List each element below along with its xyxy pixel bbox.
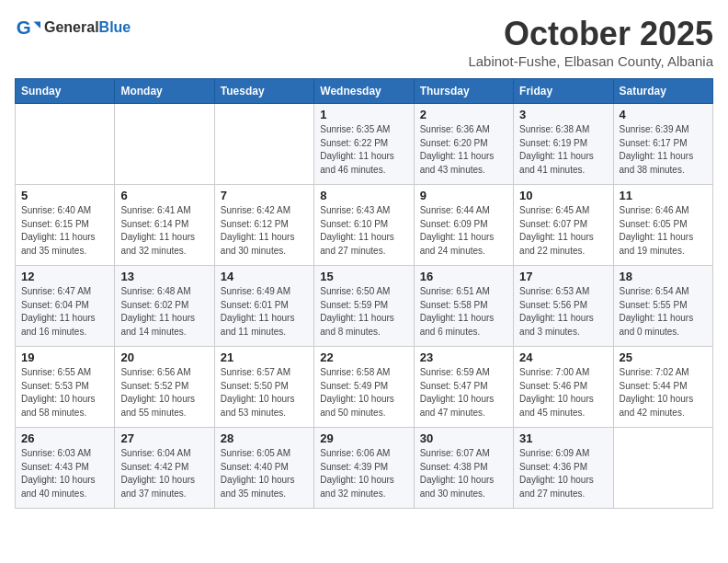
day-number: 12 [21, 270, 108, 283]
day-info: Sunrise: 6:43 AMSunset: 6:10 PMDaylight:… [320, 204, 407, 258]
day-number: 16 [420, 270, 507, 283]
month-title: October 2025 [468, 15, 713, 53]
day-cell: 29Sunrise: 6:06 AMSunset: 4:39 PMDayligh… [314, 428, 414, 509]
day-number: 27 [120, 431, 208, 445]
day-cell: 20Sunrise: 6:56 AMSunset: 5:52 PMDayligh… [115, 347, 214, 428]
header-thursday: Thursday [414, 79, 513, 104]
day-number: 11 [620, 189, 707, 202]
day-number: 17 [519, 270, 607, 283]
day-cell: 14Sunrise: 6:49 AMSunset: 6:01 PMDayligh… [214, 266, 313, 347]
day-cell: 6Sunrise: 6:41 AMSunset: 6:14 PMDaylight… [115, 185, 214, 266]
day-cell: 1Sunrise: 6:35 AMSunset: 6:22 PMDaylight… [314, 104, 414, 185]
day-info: Sunrise: 6:42 AMSunset: 6:12 PMDaylight:… [221, 204, 308, 258]
day-info: Sunrise: 6:56 AMSunset: 5:52 PMDaylight:… [120, 366, 208, 419]
header-row: SundayMondayTuesdayWednesdayThursdayFrid… [16, 79, 713, 104]
day-cell: 31Sunrise: 6:09 AMSunset: 4:36 PMDayligh… [514, 428, 613, 509]
day-info: Sunrise: 6:38 AMSunset: 6:19 PMDaylight:… [519, 123, 607, 177]
day-cell: 10Sunrise: 6:45 AMSunset: 6:07 PMDayligh… [514, 185, 613, 266]
day-cell: 25Sunrise: 7:02 AMSunset: 5:44 PMDayligh… [613, 347, 712, 428]
logo: G GeneralBlue [15, 15, 131, 40]
day-number: 2 [420, 108, 507, 121]
logo-general: GeneralBlue [44, 19, 131, 36]
day-info: Sunrise: 6:44 AMSunset: 6:09 PMDaylight:… [420, 204, 507, 258]
day-number: 10 [519, 189, 607, 202]
day-info: Sunrise: 6:05 AMSunset: 4:40 PMDaylight:… [221, 447, 308, 500]
day-info: Sunrise: 6:40 AMSunset: 6:15 PMDaylight:… [21, 204, 108, 258]
day-cell: 5Sunrise: 6:40 AMSunset: 6:15 PMDaylight… [16, 185, 115, 266]
day-info: Sunrise: 6:58 AMSunset: 5:49 PMDaylight:… [320, 366, 407, 419]
day-info: Sunrise: 7:00 AMSunset: 5:46 PMDaylight:… [519, 366, 607, 419]
header-wednesday: Wednesday [314, 79, 414, 104]
day-number: 4 [620, 108, 707, 121]
day-number: 6 [120, 189, 208, 202]
day-number: 14 [221, 270, 308, 283]
day-info: Sunrise: 6:51 AMSunset: 5:58 PMDaylight:… [420, 285, 507, 339]
day-info: Sunrise: 6:50 AMSunset: 5:59 PMDaylight:… [320, 285, 407, 339]
day-number: 25 [620, 350, 707, 364]
day-cell [613, 428, 712, 509]
day-info: Sunrise: 6:59 AMSunset: 5:47 PMDaylight:… [420, 366, 507, 419]
day-cell: 22Sunrise: 6:58 AMSunset: 5:49 PMDayligh… [314, 347, 414, 428]
week-row-1: 1Sunrise: 6:35 AMSunset: 6:22 PMDaylight… [16, 104, 713, 185]
day-info: Sunrise: 6:09 AMSunset: 4:36 PMDaylight:… [519, 447, 607, 500]
day-cell: 30Sunrise: 6:07 AMSunset: 4:38 PMDayligh… [414, 428, 513, 509]
day-info: Sunrise: 6:48 AMSunset: 6:02 PMDaylight:… [120, 285, 208, 339]
day-number: 13 [120, 270, 208, 283]
day-info: Sunrise: 7:02 AMSunset: 5:44 PMDaylight:… [620, 366, 707, 419]
header-saturday: Saturday [613, 79, 712, 104]
day-info: Sunrise: 6:46 AMSunset: 6:05 PMDaylight:… [620, 204, 707, 258]
day-number: 23 [420, 350, 507, 364]
day-cell: 7Sunrise: 6:42 AMSunset: 6:12 PMDaylight… [214, 185, 313, 266]
day-cell: 9Sunrise: 6:44 AMSunset: 6:09 PMDaylight… [414, 185, 513, 266]
day-number: 24 [519, 350, 607, 364]
day-number: 26 [21, 431, 108, 445]
day-number: 31 [519, 431, 607, 445]
day-cell: 13Sunrise: 6:48 AMSunset: 6:02 PMDayligh… [115, 266, 214, 347]
day-info: Sunrise: 6:04 AMSunset: 4:42 PMDaylight:… [120, 447, 208, 500]
day-cell: 2Sunrise: 6:36 AMSunset: 6:20 PMDaylight… [414, 104, 513, 185]
day-info: Sunrise: 6:49 AMSunset: 6:01 PMDaylight:… [221, 285, 308, 339]
day-number: 5 [21, 189, 108, 202]
page-header: G GeneralBlue October 2025 Labinot-Fushe… [15, 15, 713, 69]
day-cell: 24Sunrise: 7:00 AMSunset: 5:46 PMDayligh… [514, 347, 613, 428]
day-info: Sunrise: 6:47 AMSunset: 6:04 PMDaylight:… [21, 285, 108, 339]
header-friday: Friday [514, 79, 613, 104]
day-info: Sunrise: 6:54 AMSunset: 5:55 PMDaylight:… [620, 285, 707, 339]
day-number: 3 [519, 108, 607, 121]
day-number: 30 [420, 431, 507, 445]
day-cell: 23Sunrise: 6:59 AMSunset: 5:47 PMDayligh… [414, 347, 513, 428]
header-monday: Monday [115, 79, 214, 104]
day-cell: 21Sunrise: 6:57 AMSunset: 5:50 PMDayligh… [214, 347, 313, 428]
day-cell [16, 104, 115, 185]
calendar-table: SundayMondayTuesdayWednesdayThursdayFrid… [15, 78, 713, 509]
day-number: 29 [320, 431, 407, 445]
week-row-4: 19Sunrise: 6:55 AMSunset: 5:53 PMDayligh… [16, 347, 713, 428]
day-cell [115, 104, 214, 185]
day-number: 22 [320, 350, 407, 364]
day-number: 19 [21, 350, 108, 364]
day-cell: 28Sunrise: 6:05 AMSunset: 4:40 PMDayligh… [214, 428, 313, 509]
day-cell [214, 104, 313, 185]
header-sunday: Sunday [16, 79, 115, 104]
day-info: Sunrise: 6:36 AMSunset: 6:20 PMDaylight:… [420, 123, 507, 177]
day-cell: 11Sunrise: 6:46 AMSunset: 6:05 PMDayligh… [613, 185, 712, 266]
day-cell: 27Sunrise: 6:04 AMSunset: 4:42 PMDayligh… [115, 428, 214, 509]
day-number: 9 [420, 189, 507, 202]
day-cell: 8Sunrise: 6:43 AMSunset: 6:10 PMDaylight… [314, 185, 414, 266]
day-info: Sunrise: 6:57 AMSunset: 5:50 PMDaylight:… [221, 366, 308, 419]
day-info: Sunrise: 6:07 AMSunset: 4:38 PMDaylight:… [420, 447, 507, 500]
day-cell: 12Sunrise: 6:47 AMSunset: 6:04 PMDayligh… [16, 266, 115, 347]
day-number: 15 [320, 270, 407, 283]
day-info: Sunrise: 6:41 AMSunset: 6:14 PMDaylight:… [120, 204, 208, 258]
day-number: 28 [221, 431, 308, 445]
day-info: Sunrise: 6:53 AMSunset: 5:56 PMDaylight:… [519, 285, 607, 339]
day-cell: 4Sunrise: 6:39 AMSunset: 6:17 PMDaylight… [613, 104, 712, 185]
day-info: Sunrise: 6:03 AMSunset: 4:43 PMDaylight:… [21, 447, 108, 500]
day-cell: 15Sunrise: 6:50 AMSunset: 5:59 PMDayligh… [314, 266, 414, 347]
day-number: 20 [120, 350, 208, 364]
day-info: Sunrise: 6:45 AMSunset: 6:07 PMDaylight:… [519, 204, 607, 258]
week-row-5: 26Sunrise: 6:03 AMSunset: 4:43 PMDayligh… [16, 428, 713, 509]
day-cell: 3Sunrise: 6:38 AMSunset: 6:19 PMDaylight… [514, 104, 613, 185]
header-tuesday: Tuesday [214, 79, 313, 104]
title-block: October 2025 Labinot-Fushe, Elbasan Coun… [468, 15, 713, 69]
